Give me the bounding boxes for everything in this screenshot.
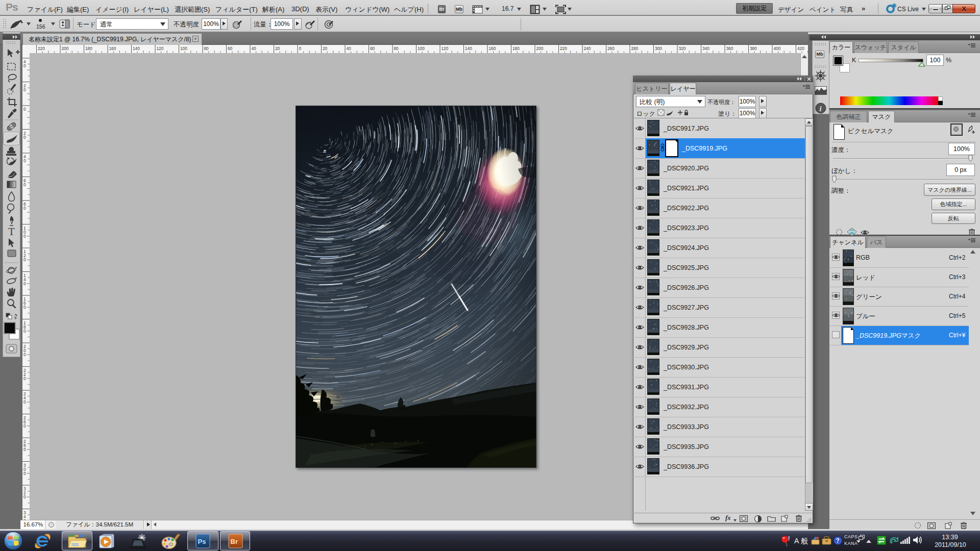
- svg-text:300: 300: [655, 46, 662, 51]
- svg-text:420: 420: [797, 46, 804, 51]
- svg-text:0: 0: [23, 87, 26, 92]
- svg-text:0: 0: [23, 494, 26, 499]
- svg-text:320: 320: [679, 46, 686, 51]
- svg-text:40: 40: [347, 46, 352, 51]
- svg-text:220: 220: [560, 46, 567, 51]
- svg-text:!: !: [788, 536, 790, 541]
- svg-text:120: 120: [442, 46, 449, 51]
- svg-text:180: 180: [512, 46, 520, 51]
- svg-text:160: 160: [109, 46, 116, 51]
- svg-text:200: 200: [62, 46, 69, 51]
- svg-text:0: 0: [23, 471, 26, 476]
- svg-text:0: 0: [23, 447, 26, 452]
- svg-text:0: 0: [23, 257, 26, 262]
- svg-text:60: 60: [228, 46, 233, 51]
- svg-text:0: 0: [23, 158, 26, 163]
- svg-text:120: 120: [157, 46, 164, 51]
- svg-text:80: 80: [204, 46, 209, 51]
- svg-text:0: 0: [23, 329, 26, 334]
- svg-text:60: 60: [370, 46, 375, 51]
- svg-text:0: 0: [23, 206, 26, 211]
- svg-text:0: 0: [23, 234, 26, 239]
- svg-text:0: 0: [23, 399, 26, 405]
- svg-text:180: 180: [85, 46, 92, 51]
- svg-text:400: 400: [774, 46, 781, 51]
- svg-text:0: 0: [23, 352, 26, 357]
- svg-text:80: 80: [394, 46, 399, 51]
- svg-text:260: 260: [607, 46, 615, 51]
- svg-text:40: 40: [252, 46, 257, 51]
- svg-text:0: 0: [23, 107, 26, 112]
- svg-text:?: ?: [836, 537, 840, 544]
- svg-text:0: 0: [299, 46, 302, 51]
- svg-text:0: 0: [23, 182, 26, 187]
- svg-text:140: 140: [465, 46, 472, 51]
- svg-text:Br: Br: [231, 538, 238, 545]
- svg-text:0: 0: [23, 376, 26, 381]
- svg-text:0: 0: [23, 135, 26, 140]
- svg-text:360: 360: [726, 46, 733, 51]
- svg-text:100: 100: [418, 46, 425, 51]
- svg-text:0: 0: [23, 423, 26, 429]
- svg-text:0: 0: [23, 305, 26, 310]
- svg-text:340: 340: [702, 46, 709, 51]
- svg-text:Ps: Ps: [198, 538, 206, 545]
- svg-text:280: 280: [631, 46, 639, 51]
- svg-text:380: 380: [750, 46, 757, 51]
- svg-text:20: 20: [275, 46, 280, 51]
- svg-text:T: T: [8, 226, 15, 238]
- svg-text:0: 0: [23, 63, 26, 68]
- svg-text:240: 240: [584, 46, 591, 51]
- svg-text:0: 0: [23, 281, 26, 286]
- svg-text:160: 160: [489, 46, 496, 51]
- svg-text:140: 140: [133, 46, 140, 51]
- svg-text:20: 20: [323, 46, 328, 51]
- svg-text:200: 200: [536, 46, 544, 51]
- svg-text:100: 100: [180, 46, 187, 51]
- svg-text:i: i: [820, 105, 822, 113]
- svg-text:220: 220: [38, 46, 45, 51]
